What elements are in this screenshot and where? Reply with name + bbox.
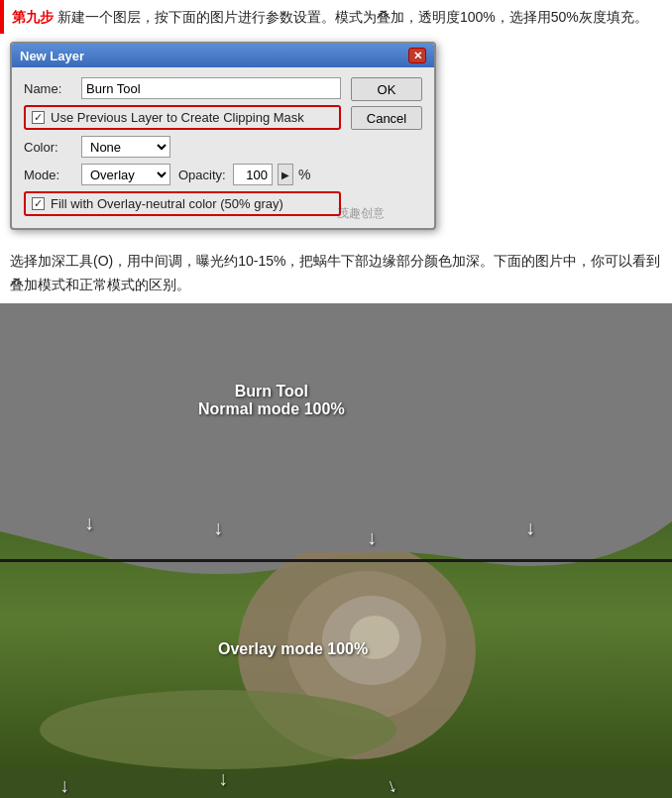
dialog-fields: Name: ✓ Use Previous Layer to Create Cli… xyxy=(24,77,341,216)
burn-tool-text-line1: Burn Tool xyxy=(198,383,345,400)
arrow-1: ↓ xyxy=(84,512,94,534)
name-row: Name: xyxy=(24,77,341,99)
color-label: Color: xyxy=(24,140,73,155)
clipping-mask-checkbox[interactable]: ✓ xyxy=(32,111,45,124)
dialog-close-button[interactable]: ✕ xyxy=(408,48,426,63)
dialog-area: New Layer ✕ Name: ✓ xyxy=(0,34,672,240)
dialog-buttons: OK Cancel xyxy=(351,77,422,130)
arrow-2: ↓ xyxy=(213,516,223,539)
color-select[interactable]: None xyxy=(81,136,170,158)
opacity-input[interactable] xyxy=(233,164,273,185)
arrow-4: ↓ xyxy=(525,516,535,539)
svg-point-4 xyxy=(40,690,396,769)
name-label: Name: xyxy=(24,81,73,96)
arrow-3: ↓ xyxy=(367,526,377,549)
image-divider xyxy=(0,559,672,562)
svg-rect-5 xyxy=(0,769,672,798)
arrow-6: ↓ xyxy=(218,767,228,790)
instruction-text: 新建一个图层，按下面的图片进行参数设置。模式为叠加，透明度100%，选择用50%… xyxy=(57,9,648,25)
overlay-mode-text: Overlay mode 100% xyxy=(218,640,368,658)
snail-silhouette xyxy=(0,551,672,798)
opacity-group: Opacity: ▶ % xyxy=(178,164,310,185)
instruction-bar: 第九步 新建一个图层，按下面的图片进行参数设置。模式为叠加，透明度100%，选择… xyxy=(0,0,672,34)
dialog-inner: Name: ✓ Use Previous Layer to Create Cli… xyxy=(24,77,422,216)
gray-overlay-shape xyxy=(0,303,672,581)
snail-image-container: Burn Tool Normal mode 100% ↓ ↓ ↓ ↓ Overl… xyxy=(0,303,672,798)
opacity-unit: % xyxy=(298,167,310,182)
opacity-arrow-button[interactable]: ▶ xyxy=(278,164,293,185)
burn-tool-label: Burn Tool Normal mode 100% xyxy=(198,383,345,418)
dialog-titlebar: New Layer ✕ xyxy=(12,44,434,67)
burn-tool-text-line2: Normal mode 100% xyxy=(198,400,345,418)
dialog-watermark: 茂趣创意 xyxy=(337,205,385,222)
fill-checkbox[interactable]: ✓ xyxy=(32,197,45,210)
overlay-mode-label: Overlay mode 100% xyxy=(218,640,368,658)
ok-button[interactable]: OK xyxy=(351,77,422,101)
name-input[interactable] xyxy=(81,77,341,99)
checkbox-check-icon: ✓ xyxy=(34,111,43,124)
opacity-label: Opacity: xyxy=(178,168,228,182)
fill-check-icon: ✓ xyxy=(34,197,43,210)
dialog-body: Name: ✓ Use Previous Layer to Create Cli… xyxy=(12,67,434,228)
fill-label: Fill with Overlay-neutral color (50% gra… xyxy=(51,196,283,211)
middle-paragraph: 选择加深工具(O)，用中间调，曝光约10-15%，把蜗牛下部边缘部分颜色加深。下… xyxy=(0,240,672,303)
clipping-mask-checkbox-group: ✓ Use Previous Layer to Create Clipping … xyxy=(24,105,341,130)
mode-label: Mode: xyxy=(24,168,73,182)
arrow-5: ↓ xyxy=(59,774,69,797)
fill-checkbox-group: ✓ Fill with Overlay-neutral color (50% g… xyxy=(24,191,341,216)
new-layer-dialog: New Layer ✕ Name: ✓ xyxy=(10,42,436,230)
step-label: 第九步 xyxy=(12,9,54,25)
mode-select[interactable]: Overlay xyxy=(81,164,170,185)
cancel-button[interactable]: Cancel xyxy=(351,106,422,130)
clipping-mask-label: Use Previous Layer to Create Clipping Ma… xyxy=(51,110,304,125)
color-row: Color: None xyxy=(24,136,341,158)
dialog-title: New Layer xyxy=(20,49,84,63)
mode-opacity-row: Mode: Overlay Opacity: ▶ % xyxy=(24,164,341,185)
